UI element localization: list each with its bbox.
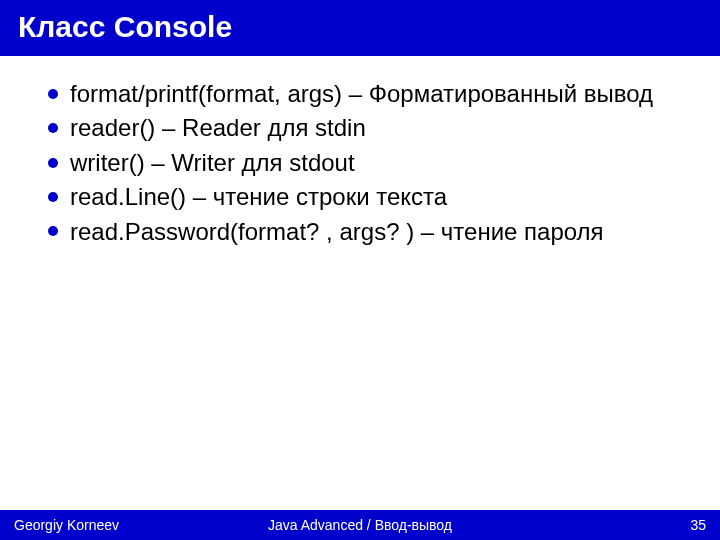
list-item: read.Line() – чтение строки текста (48, 181, 692, 213)
list-item: read.Password(format? , args? ) – чтение… (48, 216, 692, 248)
list-item: format/printf(format, args) – Форматиров… (48, 78, 692, 110)
list-item: writer() – Writer для stdout (48, 147, 692, 179)
slide-title: Класс Console (18, 10, 702, 44)
list-item: reader() – Reader для stdin (48, 112, 692, 144)
bullet-list: format/printf(format, args) – Форматиров… (48, 78, 692, 248)
footer-course: Java Advanced / Ввод-вывод (0, 517, 720, 533)
footer-bar: Georgiy Korneev Java Advanced / Ввод-выв… (0, 510, 720, 540)
title-bar: Класс Console (0, 0, 720, 56)
content-area: format/printf(format, args) – Форматиров… (0, 56, 720, 540)
slide: Класс Console format/printf(format, args… (0, 0, 720, 540)
